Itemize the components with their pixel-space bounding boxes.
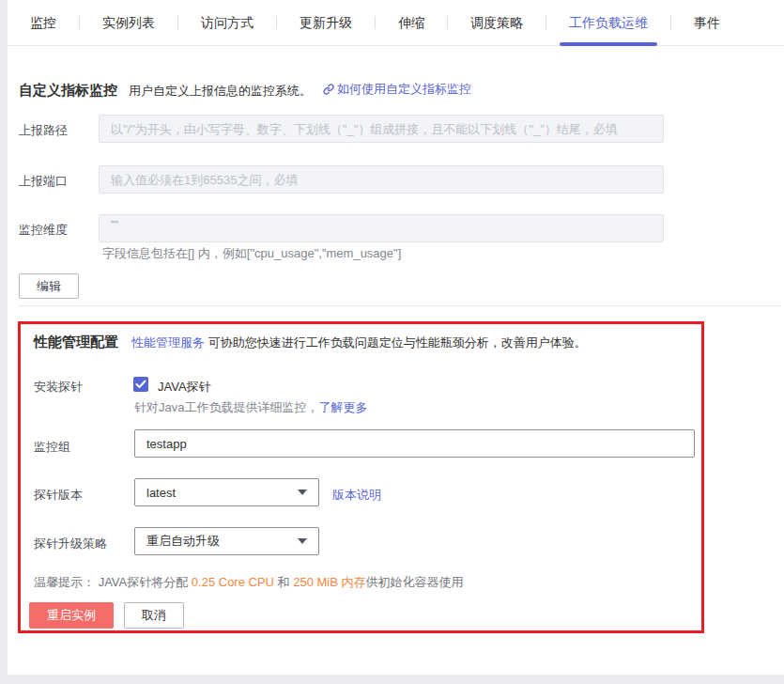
performance-description: 可协助您快速进行工作负载问题定位与性能瓶颈分析，改善用户体验。 (208, 335, 587, 350)
monitor-dimension-input[interactable]: "" (99, 214, 664, 242)
section-description: 用户自定义上报信息的监控系统。 (129, 83, 312, 100)
install-probe-label: 安装探针 (34, 379, 83, 396)
monitor-dimension-value: "" (111, 220, 118, 230)
performance-header: 性能管理配置 性能管理服务 可协助您快速进行工作负载问题定位与性能瓶颈分析，改善… (34, 334, 587, 351)
tab-events[interactable]: 事件 (671, 0, 743, 46)
report-path-label: 上报路径 (19, 122, 68, 139)
probe-hint-text: 针对Java工作负载提供详细监控， (134, 400, 318, 414)
tab-instance-list[interactable]: 实例列表 (80, 0, 177, 46)
tab-update-upgrade[interactable]: 更新升级 (277, 0, 375, 46)
learn-more-link[interactable]: 了解更多 (318, 399, 367, 416)
probe-version-select[interactable]: latest (134, 478, 319, 506)
tab-monitoring[interactable]: 监控 (8, 0, 79, 46)
probe-version-value: latest (146, 486, 176, 500)
tab-scaling[interactable]: 伸缩 (376, 0, 447, 46)
monitor-dimension-hint: 字段信息包括在[] 内，例如["cpu_usage","mem_usage"] (102, 245, 401, 262)
tab-access-mode[interactable]: 访问方式 (178, 0, 276, 46)
tip-cpu-value: 0.25 Core CPU (192, 575, 274, 589)
monitor-dimension-label: 监控维度 (19, 222, 68, 239)
link-icon (323, 84, 334, 95)
upgrade-policy-select[interactable]: 重启自动升级 (134, 527, 319, 555)
tab-workload-ops[interactable]: 工作负载运维 (546, 0, 670, 46)
chevron-down-icon (298, 538, 307, 544)
probe-version-label: 探针版本 (34, 487, 83, 504)
section-divider (18, 305, 780, 306)
tab-bar: 监控实例列表访问方式更新升级伸缩调度策略工作负载运维事件 (8, 0, 784, 46)
performance-title: 性能管理配置 (34, 334, 118, 351)
tip-prefix: 温馨提示： (34, 575, 99, 589)
report-port-input[interactable] (99, 165, 664, 194)
tip-text: 和 (274, 575, 293, 589)
performance-config-section: 性能管理配置 性能管理服务 可协助您快速进行工作负载问题定位与性能瓶颈分析，改善… (18, 321, 704, 633)
chevron-down-icon (298, 490, 307, 495)
monitor-group-label: 监控组 (34, 439, 70, 456)
tip-memory-value: 250 MiB 内存 (293, 575, 365, 589)
upgrade-policy-label: 探针升级策略 (34, 536, 107, 552)
monitor-group-input[interactable] (134, 429, 695, 458)
tip-text: JAVA探针将分配 (99, 575, 192, 589)
java-probe-checkbox-label: JAVA探针 (158, 379, 211, 396)
probe-hint: 针对Java工作负载提供详细监控，了解更多 (134, 399, 367, 416)
report-path-input[interactable] (99, 115, 664, 143)
cancel-button[interactable]: 取消 (124, 602, 184, 629)
help-link[interactable]: 如何使用自定义指标监控 (323, 81, 471, 98)
edit-button[interactable]: 编辑 (19, 273, 79, 299)
report-port-label: 上报端口 (19, 173, 68, 190)
upgrade-policy-value: 重启自动升级 (146, 533, 220, 550)
custom-metrics-header: 自定义指标监控 用户自定义上报信息的监控系统。 如何使用自定义指标监控 (19, 81, 471, 100)
tab-scheduling-policy[interactable]: 调度策略 (448, 0, 546, 46)
version-notes-link[interactable]: 版本说明 (332, 487, 381, 504)
help-link-label: 如何使用自定义指标监控 (337, 81, 471, 98)
restart-instance-button[interactable]: 重启实例 (29, 602, 114, 629)
resource-tip: 温馨提示： JAVA探针将分配 0.25 Core CPU 和 250 MiB … (34, 574, 464, 591)
tip-text: 供初始化容器使用 (366, 575, 464, 589)
section-title: 自定义指标监控 (19, 82, 117, 100)
performance-service-link[interactable]: 性能管理服务 (131, 334, 205, 351)
check-icon (135, 380, 146, 389)
java-probe-checkbox[interactable] (133, 377, 148, 392)
content-panel: 监控实例列表访问方式更新升级伸缩调度策略工作负载运维事件 自定义指标监控 用户自… (8, 0, 784, 675)
